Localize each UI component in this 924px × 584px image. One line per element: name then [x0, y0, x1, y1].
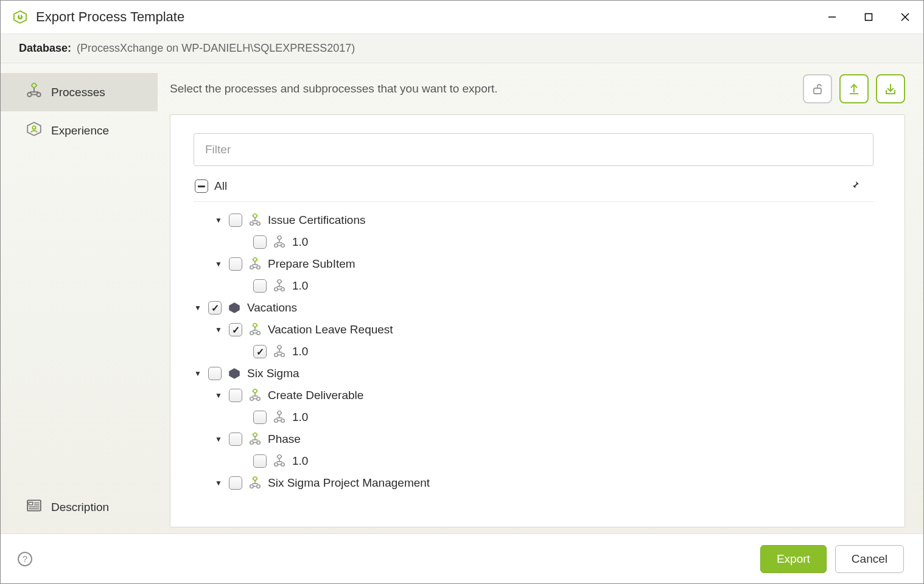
select-all-row[interactable]: All	[194, 177, 873, 202]
tree-checkbox[interactable]	[229, 214, 242, 227]
version-icon	[273, 454, 286, 468]
process-icon	[248, 257, 262, 271]
process-tree[interactable]: ▼Issue Certifications▼1.0▼Prepare SubIte…	[194, 202, 891, 527]
download-button[interactable]	[876, 74, 905, 103]
tree-row[interactable]: ▼1.0	[194, 450, 891, 472]
sidebar-item-processes[interactable]: Processes	[1, 73, 158, 111]
cancel-button[interactable]: Cancel	[835, 545, 904, 573]
unlock-button[interactable]	[803, 74, 832, 103]
minimize-button[interactable]	[814, 1, 850, 33]
tree-label: Six Sigma	[247, 367, 299, 380]
processes-icon	[26, 83, 42, 102]
version-icon	[273, 279, 286, 293]
expand-arrow-icon[interactable]: ▼	[214, 391, 223, 400]
process-icon	[248, 389, 262, 402]
svg-point-16	[32, 126, 35, 129]
tree-row[interactable]: ▼Phase	[194, 428, 891, 450]
tree-checkbox[interactable]	[253, 235, 267, 249]
sidebar: Processes Experience Description	[1, 63, 158, 534]
tree-checkbox[interactable]	[208, 301, 222, 315]
tree-row[interactable]: ▼Six Sigma	[194, 363, 891, 384]
tree-label: Prepare SubItem	[268, 257, 355, 271]
version-icon	[273, 411, 286, 424]
database-label: Database:	[19, 42, 71, 54]
tree-checkbox[interactable]	[253, 279, 267, 293]
expand-arrow-icon[interactable]: ▼	[214, 325, 223, 334]
svg-rect-18	[29, 502, 33, 505]
tree-label: Issue Certifications	[268, 214, 366, 227]
svg-rect-2	[19, 15, 21, 18]
tree-checkbox[interactable]	[229, 389, 242, 402]
tree-label: 1.0	[292, 454, 308, 468]
instruction-text: Select the processes and subprocesses th…	[170, 82, 796, 96]
folder-icon	[228, 367, 241, 380]
tree-checkbox[interactable]	[229, 433, 242, 446]
select-all-checkbox[interactable]	[195, 179, 208, 193]
tree-label: Six Sigma Project Management	[268, 476, 430, 490]
tree-label: 1.0	[292, 279, 308, 293]
version-icon	[273, 235, 286, 249]
tree-row[interactable]: ▼1.0	[194, 275, 891, 297]
tree-panel: All ▼Issue Certifications▼1.0▼Prepare Su…	[170, 114, 905, 527]
tree-row[interactable]: ▼1.0	[194, 231, 891, 253]
tree-checkbox[interactable]	[253, 345, 267, 358]
sidebar-processes-label: Processes	[51, 86, 105, 99]
window-title: Export Process Template	[36, 9, 814, 25]
expand-arrow-icon[interactable]: ▼	[214, 435, 223, 443]
maximize-button[interactable]	[850, 1, 887, 33]
tree-row[interactable]: ▼Issue Certifications	[194, 209, 891, 231]
database-bar: Database: (ProcessXchange on WP-DANIELH\…	[1, 33, 923, 63]
tree-label: Vacations	[247, 301, 297, 315]
svg-rect-4	[866, 14, 872, 21]
tree-row[interactable]: ▼Six Sigma Project Management	[194, 472, 891, 494]
sidebar-description-label: Description	[51, 501, 109, 514]
process-icon	[248, 433, 262, 446]
titlebar: Export Process Template	[1, 1, 923, 33]
expand-arrow-icon[interactable]: ▼	[214, 216, 223, 224]
close-button[interactable]	[887, 1, 923, 33]
tree-checkbox[interactable]	[253, 411, 267, 424]
expand-arrow-icon[interactable]: ▼	[194, 304, 202, 312]
upload-icon	[847, 82, 861, 96]
process-icon	[248, 323, 262, 336]
version-icon	[273, 345, 286, 358]
help-button[interactable]: ?	[18, 552, 32, 566]
tree-row[interactable]: ▼1.0	[194, 341, 891, 363]
upload-button[interactable]	[839, 74, 869, 103]
tree-row[interactable]: ▼1.0	[194, 406, 891, 428]
select-all-label: All	[214, 179, 227, 193]
tree-label: Create Deliverable	[268, 389, 363, 402]
tree-row[interactable]: ▼Prepare SubItem	[194, 253, 891, 275]
expand-arrow-icon[interactable]: ▼	[194, 369, 202, 378]
tree-checkbox[interactable]	[253, 454, 267, 468]
footer: ? Export Cancel	[1, 534, 923, 583]
tree-row[interactable]: ▼Vacations	[194, 297, 891, 319]
sidebar-item-description[interactable]: Description	[1, 485, 158, 534]
process-icon	[248, 476, 262, 490]
svg-point-9	[37, 92, 41, 97]
experience-icon	[26, 121, 42, 140]
svg-point-8	[27, 92, 32, 97]
tree-checkbox[interactable]	[229, 476, 242, 490]
description-icon	[26, 498, 42, 516]
tree-row[interactable]: ▼Vacation Leave Request	[194, 319, 891, 341]
tree-checkbox[interactable]	[208, 367, 222, 380]
tree-label: 1.0	[292, 411, 308, 424]
pin-icon[interactable]	[850, 180, 860, 193]
tree-row[interactable]: ▼Create Deliverable	[194, 384, 891, 406]
sidebar-item-experience[interactable]: Experience	[1, 111, 158, 150]
expand-arrow-icon[interactable]: ▼	[214, 479, 223, 487]
tree-checkbox[interactable]	[229, 257, 242, 271]
tree-label: 1.0	[292, 235, 308, 249]
filter-input[interactable]	[194, 133, 873, 166]
export-button[interactable]: Export	[760, 545, 827, 573]
database-value: (ProcessXchange on WP-DANIELH\SQLEXPRESS…	[77, 42, 355, 54]
sidebar-experience-label: Experience	[51, 124, 109, 137]
process-icon	[248, 214, 262, 227]
svg-rect-23	[814, 88, 821, 94]
lock-open-icon	[810, 82, 825, 96]
expand-arrow-icon[interactable]: ▼	[214, 260, 223, 268]
svg-rect-7	[31, 83, 37, 88]
tree-checkbox[interactable]	[229, 323, 242, 336]
download-icon	[883, 82, 898, 96]
